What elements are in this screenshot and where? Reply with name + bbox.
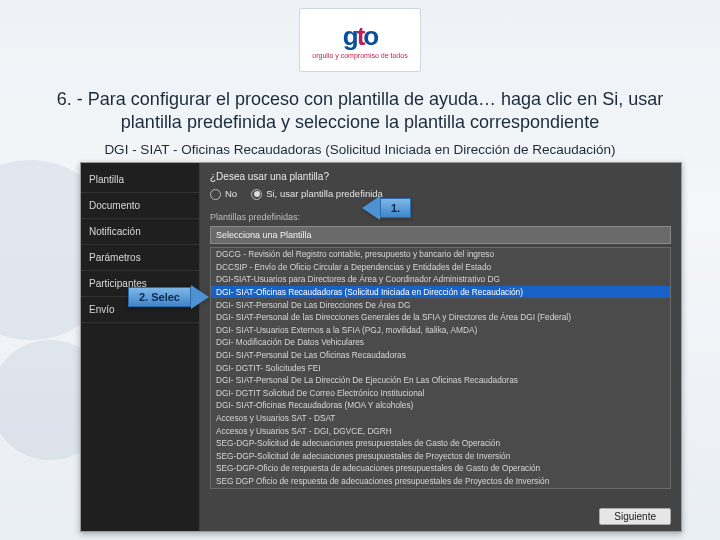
template-option[interactable]: DGI- Modificación De Datos Vehiculares (211, 336, 670, 349)
template-option[interactable]: DGI- SIAT-Personal De La Dirección De Ej… (211, 374, 670, 387)
radio-no[interactable]: No (210, 188, 237, 200)
step-subheading: DGI - SIAT - Oficinas Recaudadoras (Soli… (0, 142, 720, 157)
template-option[interactable]: SEG-DGP-Solicitud de adecuaciones presup… (211, 449, 670, 462)
template-option[interactable]: DGI- SIAT-Personal de las Direcciones Ge… (211, 311, 670, 324)
sidebar-item-plantilla[interactable]: Plantilla (81, 167, 199, 193)
sidebar-item-notificacion[interactable]: Notificación (81, 219, 199, 245)
slide: gto orgullo y compromiso de todos 6. - P… (0, 0, 720, 540)
template-option[interactable]: Accesos y Usuarios SAT - DSAT (211, 412, 670, 425)
callout-step-1: 1. (362, 196, 411, 220)
template-option[interactable]: DGI- SIAT-Oficinas Recaudadoras (MOA Y a… (211, 399, 670, 412)
logo: gto orgullo y compromiso de todos (299, 8, 421, 72)
template-radio-row: No Si, usar plantilla predefinida (200, 188, 681, 208)
template-question: ¿Desea usar una plantilla? (200, 163, 681, 188)
template-option[interactable]: DGI- SIAT-Personal De Las Oficinas Recau… (211, 349, 670, 362)
template-option[interactable]: SEG DGP Oficio de respuesta de adecuacio… (211, 475, 670, 488)
template-option[interactable]: DGCG - Revisión del Registro contable, p… (211, 248, 670, 261)
logo-tagline: orgullo y compromiso de todos (312, 52, 407, 59)
next-button[interactable]: Siguiente (599, 508, 671, 525)
template-option[interactable]: SEG-DGP-Solicitud de adecuaciones presup… (211, 437, 670, 450)
template-option[interactable]: DGI- SIAT-Usuarios Externos a la SFIA (P… (211, 324, 670, 337)
wizard-main-panel: ¿Desea usar una plantilla? No Si, usar p… (200, 163, 681, 531)
template-options-list[interactable]: DGCG - Revisión del Registro contable, p… (210, 247, 671, 489)
step-heading: 6. - Para configurar el proceso con plan… (30, 88, 690, 133)
template-option[interactable]: DGI- SIAT-Oficinas Recaudadoras (Solicit… (211, 286, 670, 299)
template-option[interactable]: Accesos y Usuarios SAT - DGI, DGVCE, DGR… (211, 424, 670, 437)
arrow-right-icon (191, 285, 209, 309)
wizard-sidebar: Plantilla Documento Notificación Parámet… (81, 163, 200, 531)
callout-label: 2. Selec (128, 287, 191, 307)
template-select[interactable]: Selecciona una Plantilla (210, 226, 671, 244)
template-option[interactable]: DCCSIP - Envío de Oficio Circular a Depe… (211, 261, 670, 274)
template-option[interactable]: DGI-SIAT-Usuarios para Directores de Áre… (211, 273, 670, 286)
logo-mark: gto (343, 21, 377, 52)
sidebar-item-documento[interactable]: Documento (81, 193, 199, 219)
predefined-label: Plantillas predefinidas: (200, 208, 681, 224)
callout-step-2: 2. Selec (128, 285, 209, 309)
template-option[interactable]: SFIA - DGCG "Alta y/o Modificación de Ac… (211, 487, 670, 489)
template-option[interactable]: DGI- DGTIT- Solicitudes FEI (211, 361, 670, 374)
template-option[interactable]: SEG-DGP-Oficio de respuesta de adecuacio… (211, 462, 670, 475)
callout-label: 1. (380, 198, 411, 218)
template-option[interactable]: DGI- DGTIT Solicitud De Correo Electróni… (211, 387, 670, 400)
sidebar-item-parametros[interactable]: Parámetros (81, 245, 199, 271)
arrow-left-icon (362, 196, 380, 220)
template-option[interactable]: DGI- SIAT-Personal De Las Direcciones De… (211, 298, 670, 311)
